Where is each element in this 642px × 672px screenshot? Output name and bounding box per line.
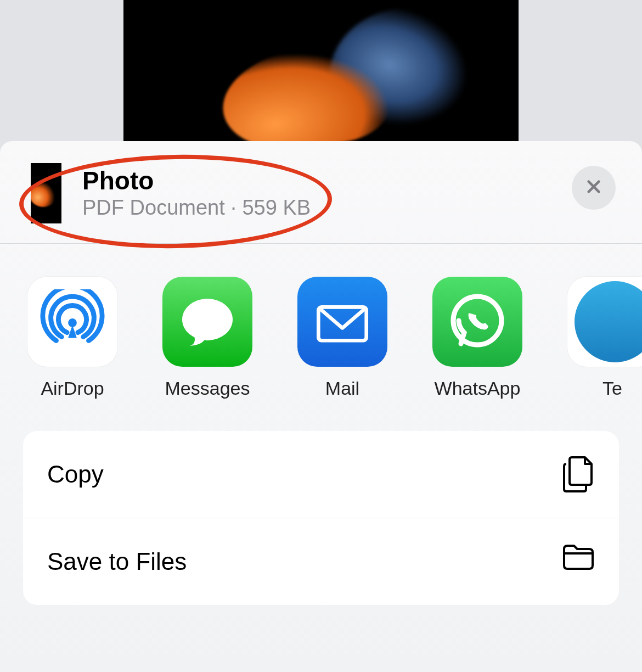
app-label: Mail: [325, 378, 359, 399]
whatsapp-icon: [432, 277, 522, 367]
airdrop-icon: [27, 277, 117, 367]
app-label: AirDrop: [41, 378, 104, 399]
action-label: Save to Files: [47, 548, 187, 575]
telegram-icon: [567, 277, 642, 367]
header-text-block: Photo PDF Document · 559 KB: [82, 167, 572, 220]
svg-point-3: [182, 299, 233, 340]
app-mail[interactable]: Mail: [297, 277, 387, 399]
app-label: Messages: [165, 378, 250, 399]
messages-icon: [162, 277, 252, 367]
preview-image: [123, 0, 519, 143]
header-thumbnail: [31, 163, 61, 223]
action-copy[interactable]: Copy: [23, 431, 619, 518]
action-label: Copy: [47, 461, 104, 488]
header-title: Photo: [82, 167, 572, 195]
close-button[interactable]: [572, 166, 616, 210]
app-airdrop[interactable]: AirDrop: [27, 277, 117, 399]
documents-icon: [561, 455, 595, 494]
share-sheet: Photo PDF Document · 559 KB: [0, 141, 642, 672]
app-label: Te: [602, 378, 622, 399]
app-label: WhatsApp: [435, 378, 521, 399]
action-save-to-files[interactable]: Save to Files: [23, 518, 619, 605]
mail-icon: [297, 277, 387, 367]
close-icon: [585, 178, 602, 198]
share-apps-row[interactable]: AirDrop Messages Mail: [0, 244, 642, 399]
actions-panel: Copy Save to Files: [23, 431, 619, 605]
app-whatsapp[interactable]: WhatsApp: [432, 277, 522, 399]
share-sheet-header: Photo PDF Document · 559 KB: [0, 141, 642, 244]
folder-icon: [561, 542, 595, 581]
header-subtitle: PDF Document · 559 KB: [82, 196, 572, 220]
app-telegram[interactable]: Te: [567, 277, 642, 399]
background-preview: [0, 0, 642, 143]
app-messages[interactable]: Messages: [162, 277, 252, 399]
